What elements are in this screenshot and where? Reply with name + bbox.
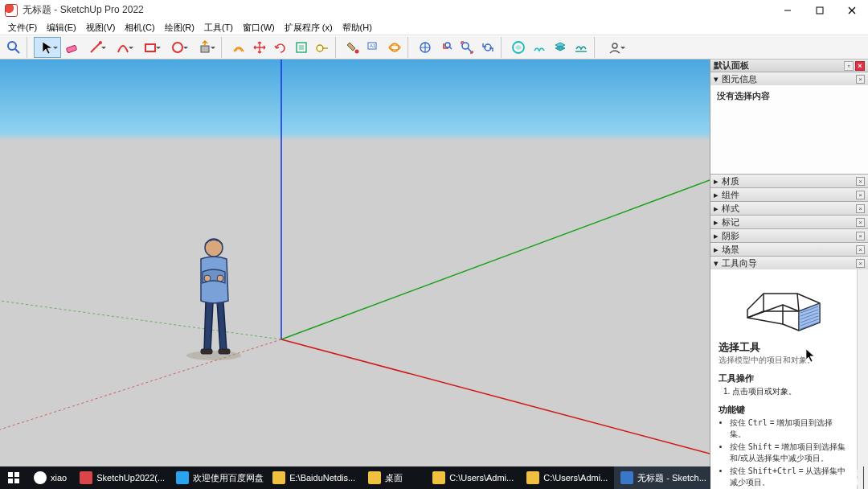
section-label: 场景 [722, 244, 739, 256]
zoom-region-tool[interactable] [436, 37, 457, 58]
section-close-button[interactable]: × [856, 204, 865, 213]
section-head[interactable]: ▸ 样式 × [710, 202, 868, 215]
taskbar-item[interactable]: C:\Users\Admi... [426, 466, 520, 489]
taskbar-item[interactable]: E:\BaiduNetdis... [266, 466, 362, 489]
taskbar-user[interactable]: xiao [27, 466, 73, 489]
menu-item[interactable]: 帮助(H) [338, 21, 377, 35]
select-tool[interactable] [34, 37, 61, 58]
arc-tool[interactable] [109, 37, 137, 58]
section-head-instructor[interactable]: ▾ 工具向导 × [710, 257, 868, 269]
section-head[interactable]: ▸ 材质 × [710, 175, 868, 187]
taskbar-item-label: 欢迎使用百度网盘 [193, 472, 264, 484]
scale-figure-icon [186, 239, 241, 360]
layers-tool[interactable] [550, 37, 571, 58]
section-close-button[interactable]: × [856, 232, 865, 240]
tape-tool[interactable] [312, 37, 333, 58]
close-button[interactable] [836, 0, 868, 20]
section-head[interactable]: ▸ 组件 × [710, 188, 868, 201]
taskbar-user-label: xiao [51, 473, 67, 483]
zoom-extents-tool[interactable] [457, 37, 477, 58]
tray-close-button[interactable]: × [855, 61, 865, 71]
taskbar-app-icon [80, 471, 92, 484]
section-head[interactable]: ▸ 阴影 × [710, 229, 868, 242]
taskbar-item-label: C:\Users\Admi... [449, 473, 514, 483]
pushpull-tool[interactable] [191, 37, 219, 58]
svg-line-34 [0, 339, 281, 429]
menu-item[interactable]: 编辑(E) [42, 21, 81, 35]
warehouse-tool[interactable] [508, 37, 529, 58]
menu-item[interactable]: 工具(T) [199, 21, 238, 35]
rotate-tool[interactable] [270, 37, 291, 58]
taskbar-item-label: 无标题 - Sketch... [637, 472, 706, 484]
scale-tool[interactable] [291, 37, 312, 58]
zoom-tool[interactable] [3, 37, 24, 58]
viewport-resize-edge[interactable] [0, 464, 710, 466]
eraser-tool[interactable] [61, 37, 82, 58]
orbit-tool[interactable] [384, 37, 405, 58]
section-collapsed: ▸ 阴影 × [710, 229, 868, 243]
section-close-button[interactable]: × [856, 191, 865, 199]
prev-view-tool[interactable] [477, 37, 498, 58]
svg-point-35 [186, 351, 241, 360]
instructor-scrollbar[interactable] [857, 269, 868, 489]
outliner-tool[interactable] [571, 37, 592, 58]
offset-tool[interactable] [228, 37, 249, 58]
taskbar-item[interactable]: SketchUp2022(... [73, 466, 170, 489]
taskbar-item[interactable]: 桌面 [362, 466, 426, 489]
taskbar-item[interactable]: C:\Users\Admi... [520, 466, 614, 489]
menu-item[interactable]: 窗口(W) [238, 21, 280, 35]
user-tool[interactable] [601, 37, 628, 58]
main-row: 默认面板 ▫ × ▾ 图元信息 × 没有选择内容 ▸ 材质 × ▸ 组件 × ▸… [0, 60, 868, 466]
pan-tool[interactable] [415, 37, 436, 58]
toolbar-separator [501, 37, 506, 58]
section-head[interactable]: ▸ 场景 × [710, 243, 868, 256]
taskbar-item[interactable]: 无标题 - Sketch... [614, 466, 710, 489]
entity-info-text: 没有选择内容 [717, 91, 770, 101]
section-close-button[interactable]: × [856, 177, 865, 186]
menu-item[interactable]: 文件(F) [3, 21, 42, 35]
axes-overlay [0, 60, 710, 466]
section-head[interactable]: ▸ 标记 × [710, 216, 868, 228]
section-close-button[interactable]: × [856, 218, 865, 227]
collapse-arrow-icon: ▾ [714, 258, 722, 269]
rectangle-tool[interactable] [137, 37, 164, 58]
circle-tool[interactable] [164, 37, 191, 58]
menu-item[interactable]: 扩展程序 (x) [280, 21, 338, 35]
maximize-button[interactable] [804, 0, 836, 20]
section-head-entity-info[interactable]: ▾ 图元信息 × [710, 72, 868, 85]
operation-heading: 工具操作 [719, 372, 849, 384]
text-tool[interactable]: A1 [363, 37, 384, 58]
taskbar-item-label: E:\BaiduNetdis... [289, 473, 355, 483]
svg-rect-47 [8, 472, 13, 477]
svg-rect-13 [299, 45, 304, 50]
section-close-button[interactable]: × [856, 75, 865, 84]
app-logo-icon [5, 4, 18, 17]
instructor-illustration [719, 279, 849, 335]
section-entity-info: ▾ 图元信息 × 没有选择内容 [710, 72, 868, 175]
move-tool[interactable] [249, 37, 270, 58]
svg-rect-9 [145, 44, 155, 51]
toolbar-separator [27, 37, 31, 58]
extension-tool[interactable] [529, 37, 550, 58]
collapse-arrow-icon: ▾ [714, 74, 722, 84]
default-tray: 默认面板 ▫ × ▾ 图元信息 × 没有选择内容 ▸ 材质 × ▸ 组件 × ▸… [710, 60, 868, 466]
tray-pin-button[interactable]: ▫ [844, 61, 854, 71]
tray-title-bar[interactable]: 默认面板 ▫ × [710, 60, 868, 72]
section-close-button[interactable]: × [856, 259, 865, 268]
show-desktop-button[interactable] [863, 466, 868, 489]
section-label: 图元信息 [722, 73, 757, 85]
menu-item[interactable]: 相机(C) [120, 21, 159, 35]
menu-item[interactable]: 绘图(R) [160, 21, 199, 35]
svg-line-31 [281, 180, 710, 339]
line-tool[interactable] [82, 37, 109, 58]
section-collapsed: ▸ 组件 × [710, 188, 868, 202]
window-title: 无标题 - SketchUp Pro 2022 [23, 3, 144, 17]
paint-tool[interactable] [342, 37, 363, 58]
start-button[interactable] [0, 472, 27, 483]
menu-item[interactable]: 视图(V) [81, 21, 121, 35]
taskbar-item[interactable]: 欢迎使用百度网盘 [170, 466, 266, 489]
section-close-button[interactable]: × [856, 245, 865, 254]
tool-title: 选择工具 [719, 340, 849, 355]
model-viewport[interactable] [0, 60, 710, 466]
minimize-button[interactable] [772, 0, 804, 20]
